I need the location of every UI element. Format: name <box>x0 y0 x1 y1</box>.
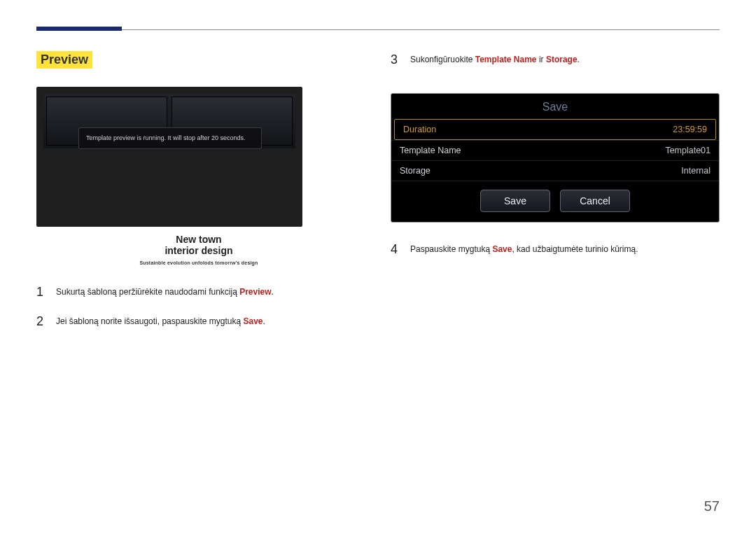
row-value: Internal <box>681 166 710 176</box>
cancel-button[interactable]: Cancel <box>560 190 630 212</box>
step-text: Jei šabloną norite išsaugoti, paspauskit… <box>56 313 265 330</box>
step-number: 1 <box>36 283 46 300</box>
header-rule-accent <box>36 27 122 31</box>
preview-toast: Template preview is running. It will sto… <box>78 127 262 149</box>
save-dialog: Save Duration 23:59:59 Template Name Tem… <box>391 93 720 223</box>
row-value: 23:59:59 <box>673 125 707 134</box>
keyword: Storage <box>546 55 578 64</box>
preview-caption-line2: interior design <box>36 245 361 256</box>
row-label: Storage <box>400 166 430 176</box>
keyword: Save <box>492 244 512 254</box>
row-label: Template Name <box>400 146 461 155</box>
step-text-pre: Sukurtą šabloną peržiūrėkite naudodami f… <box>56 287 239 297</box>
left-column: Preview Template preview is running. It … <box>36 51 361 343</box>
step-text: Sukurtą šabloną peržiūrėkite naudodami f… <box>56 283 274 300</box>
step-4: 4 Paspauskite mygtuką Save, kad užbaigtu… <box>391 241 720 258</box>
keyword: Template Name <box>475 55 537 64</box>
preview-caption-line1: New town <box>36 234 361 245</box>
step-text: Paspauskite mygtuką Save, kad užbaigtumė… <box>410 241 638 258</box>
preview-screenshot: Template preview is running. It will sto… <box>36 87 302 227</box>
dialog-row-storage[interactable]: Storage Internal <box>391 160 719 181</box>
preview-caption: New town interior design Sustainble evol… <box>36 234 361 265</box>
step-text-mid: ir <box>537 55 546 64</box>
row-label: Duration <box>403 125 436 134</box>
step-3: 3 Sukonfigūruokite Template Name ir Stor… <box>391 51 720 68</box>
keyword: Save <box>244 316 263 326</box>
step-text-post: . <box>578 55 580 64</box>
step-text-pre: Sukonfigūruokite <box>410 55 475 64</box>
step-1: 1 Sukurtą šabloną peržiūrėkite naudodami… <box>36 283 361 300</box>
step-text-post: , kad užbaigtumėte turinio kūrimą. <box>512 244 638 254</box>
step-text-pre: Jei šabloną norite išsaugoti, paspauskit… <box>56 316 244 326</box>
right-column: 3 Sukonfigūruokite Template Name ir Stor… <box>391 51 720 343</box>
step-number: 4 <box>391 241 400 258</box>
keyword: Preview <box>239 287 271 297</box>
step-number: 2 <box>36 313 46 330</box>
header-rule <box>36 29 720 30</box>
step-text-post: . <box>272 287 274 297</box>
dialog-row-duration[interactable]: Duration 23:59:59 <box>394 119 716 140</box>
step-text: Sukonfigūruokite Template Name ir Storag… <box>410 51 580 68</box>
row-value: Template01 <box>665 146 710 155</box>
step-text-pre: Paspauskite mygtuką <box>410 244 492 254</box>
preview-caption-sub: Sustainble evolution unfolods tomorrw's … <box>36 260 361 265</box>
save-button[interactable]: Save <box>480 190 550 212</box>
section-heading: Preview <box>36 51 92 69</box>
dialog-title: Save <box>391 94 719 119</box>
step-2: 2 Jei šabloną norite išsaugoti, paspausk… <box>36 313 361 330</box>
page-number: 57 <box>704 498 720 514</box>
step-number: 3 <box>391 51 400 68</box>
dialog-row-templatename[interactable]: Template Name Template01 <box>391 140 719 160</box>
step-text-post: . <box>263 316 265 326</box>
